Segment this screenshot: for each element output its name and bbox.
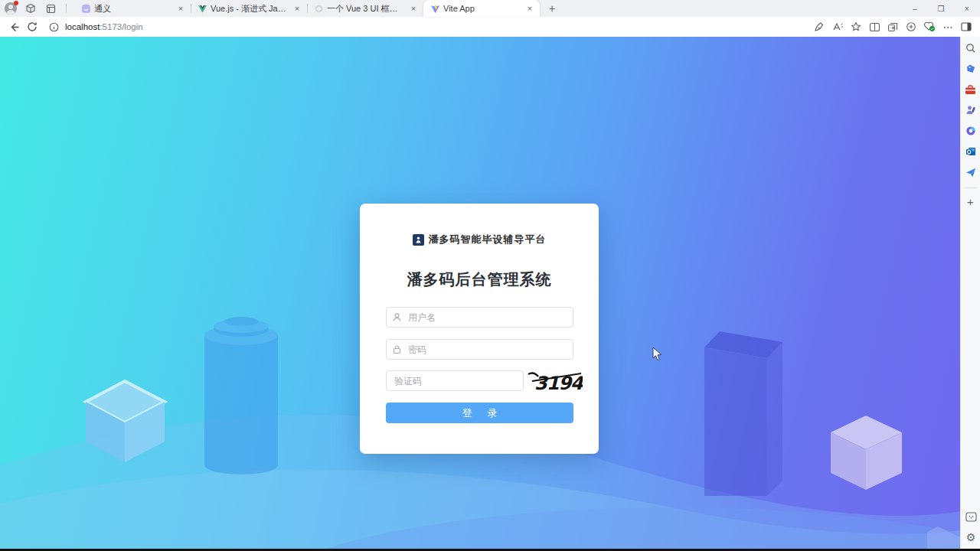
url-field[interactable]: localhost:5173/login xyxy=(41,18,810,35)
sidebar-drop-icon[interactable] xyxy=(964,165,978,179)
sidebar-settings-gear-icon[interactable]: ⚙ xyxy=(964,530,978,544)
settings-more-icon[interactable]: ⋯ xyxy=(939,18,957,35)
tab-close-icon[interactable]: × xyxy=(524,3,535,14)
tab-vuejs[interactable]: Vue.js - 渐进式 JavaScript 框架 × xyxy=(191,0,307,17)
tab-title: Vite App xyxy=(443,4,521,13)
captcha-digits: 3194 xyxy=(534,373,583,394)
sidebar-shopping-tag-icon[interactable] xyxy=(964,62,978,76)
sidebar-toggle-icon[interactable] xyxy=(957,18,975,35)
sidebar-people-icon[interactable] xyxy=(964,103,978,117)
tab-close-icon[interactable]: × xyxy=(292,3,302,14)
sidebar-designer-icon[interactable] xyxy=(964,124,978,138)
login-title: 潘多码后台管理系统 xyxy=(360,269,599,290)
collections-icon[interactable] xyxy=(884,18,902,35)
new-tab-button[interactable]: + xyxy=(544,1,560,16)
sidebar-search-icon[interactable] xyxy=(964,41,978,55)
browser-essentials-icon[interactable] xyxy=(920,18,939,35)
page-content: 潘多码智能毕设辅导平台 潘多码后台管理系统 3194 xyxy=(0,37,960,549)
brand-name: 潘多码智能毕设辅导平台 xyxy=(429,233,547,246)
url-host: localhost xyxy=(65,22,100,31)
tab-vite-app[interactable]: Vite App × xyxy=(423,0,540,17)
password-input[interactable] xyxy=(386,339,573,360)
sidebar-copilot-toggle-icon[interactable] xyxy=(964,510,978,523)
password-pen-icon[interactable] xyxy=(810,18,828,35)
user-icon xyxy=(392,312,402,322)
login-button[interactable]: 登 录 xyxy=(386,403,573,423)
close-button[interactable]: × xyxy=(954,0,980,17)
brand-logo-icon xyxy=(413,234,424,246)
username-input[interactable] xyxy=(386,307,573,328)
tab-actions-icon[interactable] xyxy=(44,2,57,15)
url-path: :5173/login xyxy=(100,22,142,31)
read-aloud-icon[interactable] xyxy=(828,18,847,35)
notification-dot-icon xyxy=(14,1,18,5)
refresh-icon[interactable] xyxy=(23,18,41,35)
edge-sidebar: + ⚙ xyxy=(960,37,980,549)
tab-groups-icon[interactable] xyxy=(902,18,920,35)
url-text: localhost:5173/login xyxy=(65,22,143,31)
divider xyxy=(66,4,67,13)
profile-avatar[interactable] xyxy=(5,2,17,15)
username-field-wrap xyxy=(386,307,573,328)
login-card: 潘多码智能毕设辅导平台 潘多码后台管理系统 3194 xyxy=(360,204,599,454)
lock-icon xyxy=(392,344,402,354)
vue-icon xyxy=(198,4,207,14)
back-icon[interactable] xyxy=(5,18,23,35)
tab-title: 一个 Vue 3 UI 框架 | Element Plu xyxy=(327,3,405,15)
sidebar-outlook-icon[interactable] xyxy=(964,145,978,158)
element-plus-icon xyxy=(314,4,324,14)
site-info-icon[interactable] xyxy=(49,22,59,32)
brand-row: 潘多码智能毕设辅导平台 xyxy=(360,233,599,246)
vite-icon xyxy=(430,4,440,14)
tongyi-icon xyxy=(81,4,91,14)
divider xyxy=(965,187,977,188)
browser-window: 通义 × Vue.js - 渐进式 JavaScript 框架 × 一个 Vue… xyxy=(0,0,980,551)
split-screen-icon[interactable] xyxy=(865,18,884,35)
favorites-star-icon[interactable] xyxy=(847,18,865,35)
captcha-image[interactable]: 3194 xyxy=(528,368,583,396)
captcha-field-wrap xyxy=(386,370,524,391)
captcha-input[interactable] xyxy=(386,370,524,391)
tab-element-plus[interactable]: 一个 Vue 3 UI 框架 | Element Plu × xyxy=(307,0,423,17)
window-controls: – ❐ × xyxy=(902,0,980,17)
tab-tongyi[interactable]: 通义 × xyxy=(74,0,191,17)
sidebar-customize-icon[interactable]: + xyxy=(964,194,978,208)
workspaces-icon[interactable] xyxy=(24,2,37,15)
tabs: 通义 × Vue.js - 渐进式 JavaScript 框架 × 一个 Vue… xyxy=(74,0,560,17)
sidebar-toolbox-icon[interactable] xyxy=(964,83,978,96)
tab-close-icon[interactable]: × xyxy=(175,3,186,14)
minimize-button[interactable]: – xyxy=(902,0,928,17)
toolbar-actions: ⋯ xyxy=(810,18,975,35)
password-field-wrap xyxy=(386,339,573,360)
tab-strip: 通义 × Vue.js - 渐进式 JavaScript 框架 × 一个 Vue… xyxy=(0,0,980,17)
tab-close-icon[interactable]: × xyxy=(408,3,419,14)
maximize-button[interactable]: ❐ xyxy=(928,0,954,17)
tab-title: 通义 xyxy=(94,3,172,15)
mouse-cursor xyxy=(652,347,662,361)
sidebar-bottom: ⚙ xyxy=(961,510,980,544)
address-bar: localhost:5173/login xyxy=(0,17,980,37)
tab-title: Vue.js - 渐进式 JavaScript 框架 xyxy=(211,3,289,15)
